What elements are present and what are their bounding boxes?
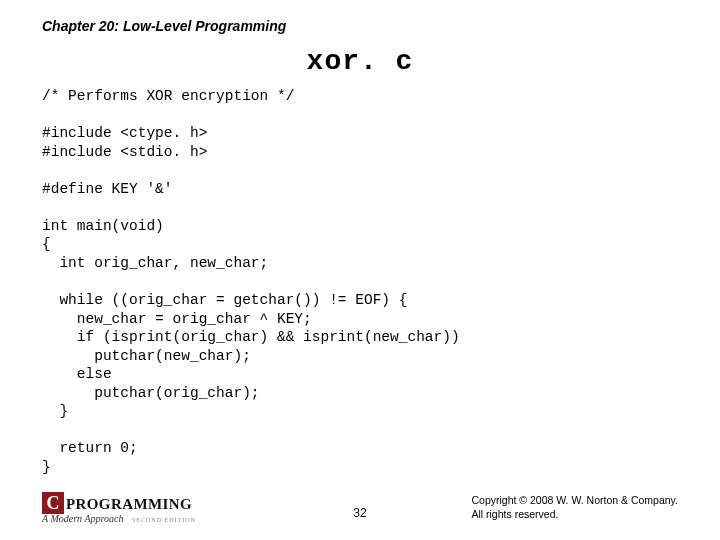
footer: C PROGRAMMING A Modern Approach SECOND E… — [42, 492, 678, 524]
book-logo: C PROGRAMMING A Modern Approach SECOND E… — [42, 492, 196, 524]
page-number: 32 — [353, 506, 366, 520]
code-block: /* Performs XOR encryption */ #include <… — [42, 87, 678, 476]
copyright: Copyright © 2008 W. W. Norton & Company.… — [471, 494, 678, 521]
logo-text: PROGRAMMING — [66, 496, 192, 513]
logo-c-badge: C — [42, 492, 64, 514]
slide: Chapter 20: Low-Level Programming xor. c… — [0, 0, 720, 540]
logo-sub-text: A Modern Approach — [42, 513, 123, 524]
logo-top-row: C PROGRAMMING — [42, 492, 192, 514]
copyright-line-2: All rights reserved. — [471, 508, 678, 522]
logo-edition: SECOND EDITION — [132, 517, 196, 523]
chapter-title: Chapter 20: Low-Level Programming — [42, 18, 678, 34]
filename-heading: xor. c — [42, 46, 678, 77]
logo-subtitle: A Modern Approach SECOND EDITION — [42, 513, 196, 524]
copyright-line-1: Copyright © 2008 W. W. Norton & Company. — [471, 494, 678, 508]
